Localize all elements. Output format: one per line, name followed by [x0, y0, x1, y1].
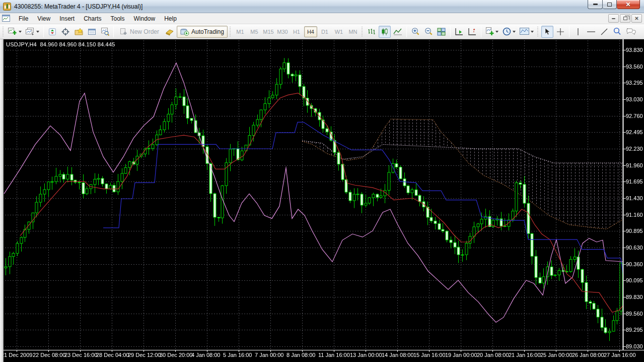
time-axis-label: 23 Dec 16:00 — [64, 352, 97, 358]
horizontal-line-icon — [587, 28, 596, 36]
new-chart-icon — [8, 27, 17, 36]
timeframe-m1-button[interactable]: M1 — [234, 26, 247, 37]
timeframe-mn-button[interactable]: MN — [346, 26, 360, 37]
price-axis-label: 89.830 — [626, 294, 644, 300]
vertical-line-button[interactable] — [572, 26, 584, 38]
window-close-button[interactable]: ✕ — [617, 0, 640, 9]
toolbar-separator — [450, 26, 451, 37]
price-axis-label: 90.360 — [626, 261, 644, 267]
title-bar[interactable]: 43008255: MetaTrader 4 - [USDJPY,H4 (vis… — [0, 0, 644, 13]
terminal-button[interactable] — [86, 26, 98, 38]
templates-button[interactable] — [518, 26, 535, 38]
autotrading-label: AutoTrading — [191, 28, 224, 35]
indicators-button[interactable] — [484, 26, 500, 38]
data-window-button[interactable] — [59, 26, 71, 38]
metaeditor-button[interactable] — [164, 26, 176, 38]
toolbar-separator — [481, 26, 481, 37]
chart-restore-button[interactable] — [620, 14, 630, 23]
timeframe-m5-button[interactable]: M5 — [248, 26, 261, 37]
new-order-label: New Order — [130, 28, 159, 35]
toolbar-grip[interactable] — [362, 27, 364, 37]
new-order-button[interactable]: New Order — [116, 26, 163, 38]
timeframe-m30-button[interactable]: M30 — [276, 26, 289, 37]
zoom-in-button[interactable] — [409, 26, 421, 38]
autotrading-button[interactable]: AutoTrading — [177, 26, 228, 38]
candlestick-type-button[interactable] — [379, 26, 391, 38]
zoom-out-icon — [424, 27, 433, 36]
timeframe-h4-button[interactable]: H4 — [304, 26, 317, 37]
price-axis-label: 93.295 — [626, 80, 644, 86]
chart-minimize-button[interactable] — [608, 14, 619, 23]
toolbar-grip[interactable] — [230, 27, 232, 37]
bar-chart-icon — [368, 28, 376, 36]
menu-item-view[interactable]: View — [33, 14, 55, 24]
market-watch-button[interactable] — [46, 26, 58, 38]
zoom-out-button[interactable] — [422, 26, 435, 38]
indicators-icon — [485, 27, 494, 36]
periods-button[interactable] — [501, 26, 517, 38]
line-chart-type-button[interactable] — [392, 26, 404, 38]
toolbar-separator — [113, 26, 114, 37]
price-axis-label: 90.895 — [626, 228, 644, 234]
new-chart-button[interactable] — [7, 26, 23, 38]
autotrading-icon — [180, 28, 189, 36]
crosshair-button[interactable] — [554, 26, 566, 38]
chart-area: USDJPY,H4 84.960 84.960 84.150 84.445 93… — [0, 39, 644, 362]
timeframe-h1-button[interactable]: H1 — [290, 26, 303, 37]
terminal-icon — [88, 28, 96, 36]
trendline-button[interactable] — [598, 26, 610, 38]
tile-windows-icon — [437, 28, 446, 36]
magnifier-icon — [613, 27, 621, 36]
price-axis-label: 89.295 — [626, 327, 644, 333]
strategy-tester-button[interactable] — [99, 26, 111, 38]
templates-icon — [520, 28, 529, 35]
horizontal-line-button[interactable] — [585, 26, 597, 38]
tile-windows-button[interactable] — [436, 26, 448, 38]
window-restore-button[interactable] — [603, 0, 617, 9]
speech-bubbles-icon — [626, 28, 636, 36]
restore-icon — [623, 17, 627, 20]
strategy-tester-icon — [101, 27, 109, 36]
price-axis-label: 91.430 — [626, 195, 644, 201]
minimize-icon — [612, 18, 615, 19]
trendline-icon — [600, 28, 608, 36]
timeframe-w1-button[interactable]: W1 — [332, 26, 345, 37]
chart-window-icon — [2, 15, 11, 23]
toolbar-grip[interactable] — [537, 27, 539, 37]
cursor-button[interactable] — [541, 26, 553, 38]
price-axis-label: 91.160 — [626, 212, 644, 218]
toolbar-separator — [43, 26, 44, 37]
crosshair-icon — [556, 28, 564, 36]
time-axis-label: 13 Jan 00:00 — [350, 352, 382, 358]
navigator-button[interactable] — [73, 26, 85, 38]
menu-item-charts[interactable]: Charts — [79, 14, 106, 24]
price-axis-label: 90.630 — [626, 245, 644, 251]
chart-canvas[interactable] — [0, 39, 644, 362]
toolbar-grip[interactable] — [3, 27, 5, 37]
window-minimize-button[interactable] — [588, 0, 603, 9]
menu-item-window[interactable]: Window — [129, 14, 160, 24]
line-chart-icon — [393, 28, 402, 36]
time-axis-label: 11 Jan 16:00 — [318, 352, 350, 358]
timeframe-m15-button[interactable]: M15 — [262, 26, 275, 37]
menu-item-tools[interactable]: Tools — [106, 14, 129, 24]
time-axis-label: 22 Dec 08:00 — [33, 352, 65, 358]
menu-item-file[interactable]: File — [14, 14, 33, 24]
chart-shift-button[interactable] — [466, 26, 478, 38]
toolbar-separator — [569, 26, 569, 37]
profiles-button[interactable] — [24, 26, 41, 38]
comments-button[interactable] — [624, 26, 637, 38]
restore-icon — [607, 3, 612, 7]
timeframe-d1-button[interactable]: D1 — [318, 26, 331, 37]
metaeditor-icon — [165, 28, 174, 36]
menu-item-help[interactable]: Help — [160, 14, 181, 24]
auto-scroll-button[interactable] — [453, 26, 465, 38]
app-icon — [3, 3, 11, 11]
chart-close-button[interactable]: ✕ — [631, 14, 642, 23]
magnifier-tool-button[interactable] — [611, 26, 623, 38]
menu-item-insert[interactable]: Insert — [55, 14, 79, 24]
bar-chart-type-button[interactable] — [366, 26, 378, 38]
price-axis-label: 92.230 — [626, 146, 644, 152]
price-axis-label: 93.560 — [626, 64, 644, 70]
clock-icon — [503, 27, 511, 36]
